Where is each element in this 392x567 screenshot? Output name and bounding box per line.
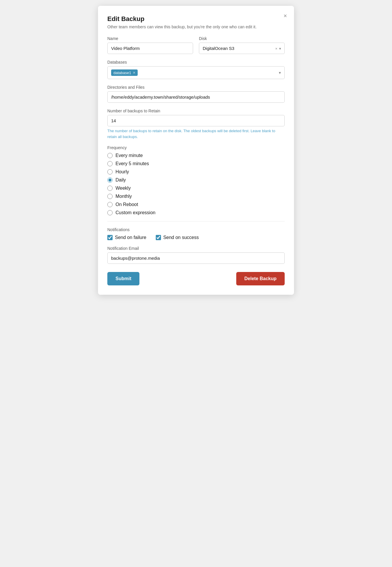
database-tag[interactable]: database1 × [111, 69, 138, 76]
databases-tags: database1 × [111, 69, 279, 76]
directories-input[interactable] [107, 91, 285, 103]
disk-select-wrapper: DigitalOcean S3 Amazon S3 Local × ▾ [199, 43, 285, 54]
send-on-failure-label: Send on failure [115, 235, 146, 240]
submit-button[interactable]: Submit [107, 272, 139, 285]
notifications-label: Notifications [107, 227, 285, 232]
radio-every-minute[interactable] [107, 153, 113, 158]
edit-backup-modal: × Edit Backup Other team members can vie… [98, 6, 294, 295]
frequency-section: Frequency Every minute Every 5 minutes H… [107, 145, 285, 215]
radio-custom-label: Custom expression [116, 210, 155, 215]
divider [107, 221, 285, 221]
frequency-on-reboot[interactable]: On Reboot [107, 202, 285, 207]
databases-group: Databases database1 × ▾ [107, 60, 285, 79]
name-disk-row: Name Disk DigitalOcean S3 Amazon S3 Loca… [107, 36, 285, 54]
radio-every-minute-label: Every minute [116, 153, 143, 158]
databases-dropdown-arrow: ▾ [279, 70, 281, 75]
radio-every-5-minutes[interactable] [107, 161, 113, 166]
notification-email-label: Notification Email [107, 246, 285, 251]
databases-label: Databases [107, 60, 285, 64]
disk-group: Disk DigitalOcean S3 Amazon S3 Local × ▾ [199, 36, 285, 54]
name-group: Name [107, 36, 193, 54]
send-on-success-item[interactable]: Send on success [156, 235, 199, 240]
directories-group: Directories and Files [107, 85, 285, 103]
name-label: Name [107, 36, 193, 41]
retain-input[interactable] [107, 115, 285, 126]
frequency-weekly[interactable]: Weekly [107, 186, 285, 191]
send-on-failure-item[interactable]: Send on failure [107, 235, 146, 240]
modal-title: Edit Backup [107, 15, 285, 23]
retain-label: Number of backups to Retain [107, 109, 285, 113]
radio-monthly-label: Monthly [116, 194, 132, 199]
send-on-success-checkbox[interactable] [156, 235, 161, 240]
tag-label: database1 [113, 71, 131, 75]
radio-hourly[interactable] [107, 169, 113, 175]
frequency-hourly[interactable]: Hourly [107, 169, 285, 175]
modal-subtitle: Other team members can view this backup,… [107, 25, 285, 29]
frequency-monthly[interactable]: Monthly [107, 194, 285, 199]
radio-on-reboot[interactable] [107, 202, 113, 207]
delete-backup-button[interactable]: Delete Backup [236, 272, 285, 285]
send-on-failure-checkbox[interactable] [107, 235, 113, 240]
frequency-daily[interactable]: Daily [107, 177, 285, 183]
radio-custom[interactable] [107, 210, 113, 215]
form-actions: Submit Delete Backup [107, 272, 285, 285]
radio-hourly-label: Hourly [116, 169, 129, 175]
tag-remove-icon[interactable]: × [133, 70, 135, 75]
notifications-checkbox-row: Send on failure Send on success [107, 235, 285, 240]
notification-email-group: Notification Email [107, 246, 285, 264]
radio-monthly[interactable] [107, 194, 113, 199]
radio-weekly[interactable] [107, 186, 113, 191]
radio-daily[interactable] [107, 177, 113, 183]
radio-on-reboot-label: On Reboot [116, 202, 138, 207]
notifications-section: Notifications Send on failure Send on su… [107, 227, 285, 240]
disk-label: Disk [199, 36, 285, 41]
frequency-every-minute[interactable]: Every minute [107, 153, 285, 158]
notification-email-input[interactable] [107, 252, 285, 264]
name-input[interactable] [107, 43, 193, 54]
databases-field[interactable]: database1 × ▾ [107, 66, 285, 79]
close-button[interactable]: × [282, 12, 288, 20]
retain-group: Number of backups to Retain The number o… [107, 109, 285, 139]
send-on-success-label: Send on success [163, 235, 199, 240]
retain-hint: The number of backups to retain on the d… [107, 128, 285, 139]
radio-every-5-minutes-label: Every 5 minutes [116, 161, 149, 166]
radio-daily-label: Daily [116, 177, 126, 183]
frequency-every-5-minutes[interactable]: Every 5 minutes [107, 161, 285, 166]
frequency-custom[interactable]: Custom expression [107, 210, 285, 215]
disk-select[interactable]: DigitalOcean S3 Amazon S3 Local [199, 43, 285, 54]
frequency-label: Frequency [107, 145, 285, 150]
frequency-radio-group: Every minute Every 5 minutes Hourly Dail… [107, 153, 285, 215]
directories-label: Directories and Files [107, 85, 285, 90]
radio-weekly-label: Weekly [116, 186, 131, 191]
